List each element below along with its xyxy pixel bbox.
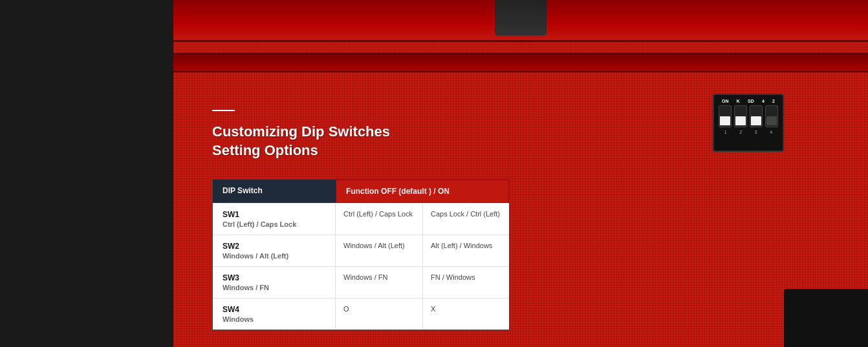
- td-sw1-on: Caps Lock / Ctrl (Left): [423, 204, 509, 235]
- sw3-label: SW3: [222, 273, 325, 282]
- sw1-desc: Ctrl (Left) / Caps Lock: [222, 220, 296, 228]
- td-sw2: SW2 Windows / Alt (Left): [213, 235, 336, 266]
- td-sw3-off: Windows / FN: [336, 267, 423, 298]
- table-row: SW2 Windows / Alt (Left) Windows / Alt (…: [213, 235, 509, 266]
- section-title: Customizing Dip Switches Setting Options: [212, 123, 829, 160]
- td-sw2-on: Alt (Left) / Windows: [423, 235, 509, 266]
- sw4-label: SW4: [222, 305, 325, 314]
- top-bar: [173, 0, 868, 42]
- top-ridge: [495, 0, 547, 36]
- td-sw3: SW3 Windows / FN: [213, 267, 336, 298]
- bottom-right-panel: [784, 289, 868, 347]
- sw2-label: SW2: [222, 242, 325, 251]
- accent-line: [212, 110, 235, 111]
- td-sw3-on: FN / Windows: [423, 267, 509, 298]
- table-header: DIP Switch Function OFF (default ) / ON: [213, 180, 509, 203]
- sw2-desc: Windows / Alt (Left): [222, 252, 288, 260]
- dip-switch-table: DIP Switch Function OFF (default ) / ON …: [212, 179, 510, 330]
- left-panel: [0, 0, 173, 347]
- page-container: ON K SD 4 2 1: [0, 0, 868, 347]
- horizontal-bar: [173, 53, 868, 72]
- title-line1: Customizing Dip Switches: [212, 123, 829, 142]
- td-sw4: SW4 Windows: [213, 299, 336, 330]
- table-row: SW3 Windows / FN Windows / FN FN / Windo…: [213, 266, 509, 298]
- content-area: Customizing Dip Switches Setting Options…: [173, 78, 868, 347]
- td-sw4-off: O: [336, 299, 423, 330]
- table-row: SW4 Windows O X: [213, 298, 509, 330]
- td-sw4-on: X: [423, 299, 509, 330]
- table-row: SW1 Ctrl (Left) / Caps Lock Ctrl (Left) …: [213, 203, 509, 235]
- sw3-desc: Windows / FN: [222, 284, 269, 291]
- td-sw2-off: Windows / Alt (Left): [336, 235, 423, 266]
- table-header-function: Function OFF (default ) / ON: [336, 180, 509, 203]
- td-sw1-off: Ctrl (Left) / Caps Lock: [336, 204, 423, 235]
- sw1-label: SW1: [222, 210, 325, 219]
- table-header-switch: DIP Switch: [213, 180, 336, 203]
- title-line2: Setting Options: [212, 142, 829, 160]
- td-sw1: SW1 Ctrl (Left) / Caps Lock: [213, 204, 336, 235]
- sw4-desc: Windows: [222, 315, 254, 323]
